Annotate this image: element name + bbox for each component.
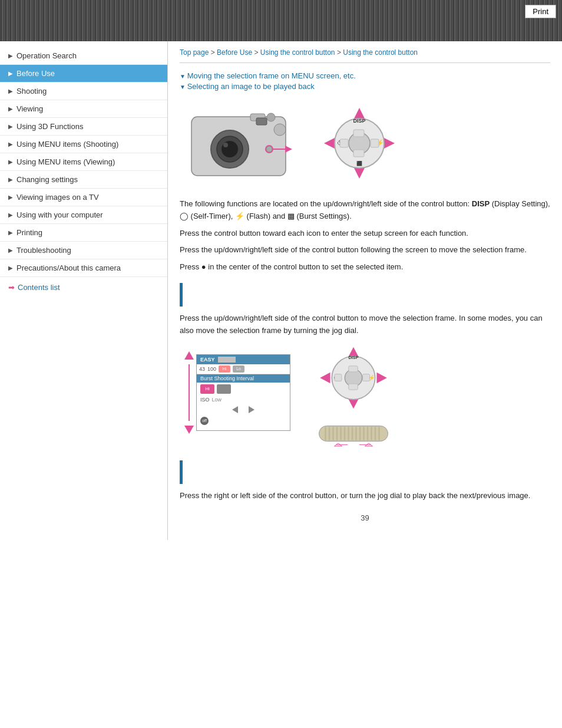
section1-para1: Press the up/down/right/left side of the… [180, 312, 550, 337]
sidebar-item-label: Using MENU items (Shooting) [16, 140, 118, 149]
svg-rect-58 [378, 426, 380, 440]
sidebar-item-before-use[interactable]: ▶ Before Use [0, 65, 167, 83]
svg-rect-39 [349, 365, 358, 371]
diagrams-row-2: EASY 43 100 Hi Lo Burst Shooting Interva… [180, 345, 550, 450]
sidebar-item-viewing[interactable]: ▶ Viewing [0, 100, 167, 118]
svg-text:⬛: ⬛ [356, 160, 362, 166]
breadcrumb-using-ctrl2[interactable]: Using the control button [343, 48, 418, 57]
menu-screen-box: EASY 43 100 Hi Lo Burst Shooting Interva… [196, 354, 290, 431]
arrow-icon: ▶ [8, 123, 13, 130]
contents-list-link[interactable]: ➡ Contents list [0, 277, 167, 298]
nav-links: Moving the selection frame on MENU scree… [180, 71, 550, 91]
breadcrumb-sep1: > [211, 48, 217, 57]
body-para3: Press the up/down/right/left side of the… [180, 244, 550, 256]
svg-rect-47 [336, 426, 338, 440]
svg-marker-32 [320, 372, 330, 383]
svg-rect-42 [349, 384, 358, 390]
svg-rect-44 [325, 426, 326, 440]
body-para4: Press ● in the center of the control but… [180, 261, 550, 274]
svg-rect-22 [353, 130, 364, 137]
sidebar-item-label: Viewing [16, 104, 43, 113]
svg-rect-41 [335, 374, 342, 381]
sidebar-item-printing[interactable]: ▶ Printing [0, 224, 167, 242]
sidebar-item-changing-settings[interactable]: ▶ Changing settings [0, 171, 167, 189]
diagrams-row-1: DISP ⚡ ⏱ ⬛ [180, 99, 550, 187]
svg-rect-51 [352, 426, 353, 440]
right-diagrams: DISP ⚡ ⏱ [315, 345, 392, 450]
sidebar-item-3d-functions[interactable]: ▶ Using 3D Functions [0, 118, 167, 136]
svg-rect-8 [256, 118, 267, 125]
nav-link-menu-frame[interactable]: Moving the selection frame on MENU scree… [180, 71, 550, 80]
sidebar-item-label: Printing [16, 228, 42, 237]
sidebar-item-label: Viewing images on a TV [16, 193, 99, 202]
arrow-icon: ▶ [8, 70, 13, 77]
sidebar-item-label: Before Use [16, 69, 55, 78]
jog-dial-diagram [315, 417, 392, 450]
section2-para1: Press the right or left side of the cont… [180, 490, 550, 502]
sidebar-item-label: Changing settings [16, 175, 78, 184]
svg-point-7 [274, 124, 286, 136]
body-para2: Press the control button toward each ico… [180, 228, 550, 240]
sidebar-item-label: Using MENU items (Viewing) [16, 157, 115, 166]
breadcrumb-using-ctrl[interactable]: Using the control button [260, 48, 335, 57]
sidebar-item-operation-search[interactable]: ▶ Operation Search [0, 47, 167, 65]
arrow-icon: ▶ [8, 176, 13, 183]
sidebar-item-label: Operation Search [16, 51, 77, 60]
print-button[interactable]: Print [525, 5, 556, 18]
svg-rect-49 [344, 426, 346, 440]
svg-rect-40 [363, 374, 370, 381]
svg-point-11 [266, 146, 272, 152]
svg-rect-48 [340, 426, 342, 440]
nav-link-selecting-image[interactable]: Selecting an image to be played back [180, 82, 550, 91]
svg-marker-26 [184, 351, 194, 360]
sidebar-item-label: Precautions/About this camera [16, 263, 121, 272]
section-bar-1 [180, 283, 183, 307]
arrow-icon: ▶ [8, 212, 13, 218]
sidebar: ▶ Operation Search ▶ Before Use ▶ Shooti… [0, 41, 168, 540]
breadcrumb-before-use[interactable]: Before Use [217, 48, 252, 57]
arrow-icon: ▶ [8, 247, 13, 253]
arrow-icon: ▶ [8, 194, 13, 200]
sidebar-item-menu-viewing[interactable]: ▶ Using MENU items (Viewing) [0, 153, 167, 171]
svg-rect-53 [359, 426, 361, 440]
arrow-icon: ▶ [8, 52, 13, 59]
svg-text:DISP: DISP [348, 354, 358, 360]
menu-screen-mockup: EASY 43 100 Hi Lo Burst Shooting Interva… [180, 345, 297, 440]
svg-rect-50 [348, 426, 349, 440]
control-button-diagram: DISP ⚡ ⏱ ⬛ [321, 105, 398, 182]
svg-rect-23 [371, 139, 379, 147]
sidebar-item-shooting[interactable]: ▶ Shooting [0, 83, 167, 100]
sidebar-item-menu-shooting[interactable]: ▶ Using MENU items (Shooting) [0, 136, 167, 153]
sidebar-item-using-computer[interactable]: ▶ Using with your computer [0, 206, 167, 224]
page-number: 39 [180, 513, 550, 522]
section-bar-2 [180, 460, 183, 484]
svg-rect-55 [367, 426, 369, 440]
svg-rect-54 [363, 426, 365, 440]
arrow-icon: ▶ [8, 265, 13, 271]
arrow-icon: ▶ [8, 141, 13, 147]
arrow-icon: ▶ [8, 159, 13, 165]
sidebar-item-troubleshooting[interactable]: ▶ Troubleshooting [0, 242, 167, 259]
arrow-right-icon: ➡ [8, 283, 15, 292]
breadcrumb-sep2: > [254, 48, 260, 57]
camera-diagram [180, 99, 309, 187]
control-button-diagram-2: DISP ⚡ ⏱ [318, 345, 389, 410]
sidebar-item-label: Using with your computer [16, 210, 103, 219]
contents-list-label: Contents list [18, 283, 60, 292]
svg-point-4 [223, 143, 228, 147]
arrow-icon: ▶ [8, 88, 13, 94]
sidebar-item-label: Using 3D Functions [16, 122, 83, 131]
breadcrumb-top-page[interactable]: Top page [180, 48, 209, 57]
sidebar-item-label: Troubleshooting [16, 246, 71, 255]
content-area: Top page > Before Use > Using the contro… [168, 41, 562, 540]
svg-rect-45 [329, 426, 330, 440]
svg-rect-46 [332, 426, 334, 440]
body-para1: The following functions are located on t… [180, 198, 550, 223]
sidebar-item-precautions[interactable]: ▶ Precautions/About this camera [0, 259, 167, 277]
svg-marker-28 [232, 406, 238, 413]
svg-rect-57 [375, 426, 376, 440]
arrow-icon: ▶ [8, 229, 13, 236]
sidebar-item-viewing-tv[interactable]: ▶ Viewing images on a TV [0, 189, 167, 206]
arrow-icon: ▶ [8, 106, 13, 112]
svg-marker-29 [249, 406, 254, 413]
